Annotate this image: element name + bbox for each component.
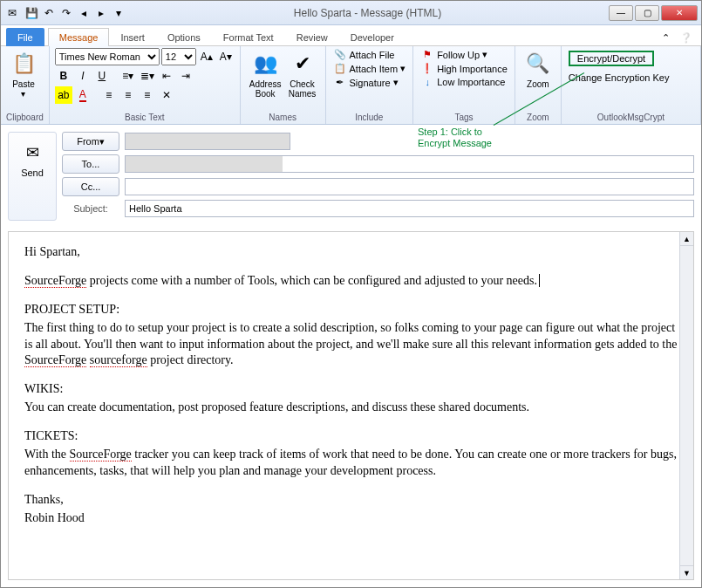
paste-icon: 📋 — [10, 50, 37, 78]
ribbon: 📋 Paste▾ Clipboard Times New Roman 12 A▴… — [1, 46, 701, 125]
attach-file-label: Attach File — [350, 50, 395, 60]
ribbon-tabs: File Message Insert Options Format Text … — [1, 25, 701, 46]
paperclip-icon: 📎 — [333, 49, 347, 60]
send-label: Send — [21, 168, 44, 178]
low-importance-button[interactable]: ↓Low Importance — [419, 76, 509, 88]
minimize-button[interactable]: — — [609, 5, 633, 21]
annotation-text: Step 1: Click to Encrypt Message — [418, 126, 492, 149]
underline-button[interactable]: U — [93, 67, 111, 85]
body-tickets: With the SourceForge tracker you can kee… — [24, 447, 678, 480]
group-zoom: 🔍 Zoom Zoom — [515, 46, 562, 124]
next-icon[interactable]: ▸ — [93, 5, 109, 21]
clipboard-group-label: Clipboard — [6, 111, 44, 124]
prev-icon[interactable]: ◂ — [76, 5, 92, 21]
from-field[interactable] — [125, 133, 290, 150]
tab-insert[interactable]: Insert — [109, 28, 156, 46]
align-right-button[interactable]: ≡ — [139, 86, 156, 104]
from-button[interactable]: From ▾ — [62, 132, 119, 151]
zoom-label: Zoom — [527, 79, 549, 89]
check-names-label: Check Names — [289, 79, 317, 99]
qat-dropdown-icon[interactable]: ▾ — [111, 5, 126, 21]
group-tags: ⚑Follow Up ▾ ❗High Importance ↓Low Impor… — [413, 46, 515, 124]
crypt-group-label: OutlookMsgCrypt — [567, 111, 695, 124]
follow-up-button[interactable]: ⚑Follow Up ▾ — [419, 48, 509, 61]
font-size-select[interactable]: 12 — [161, 48, 196, 65]
check-names-icon: ✔ — [289, 50, 317, 78]
font-name-select[interactable]: Times New Roman — [55, 48, 160, 65]
align-left-button[interactable]: ≡ — [100, 86, 118, 104]
window-title: Hello Sparta - Message (HTML) — [126, 7, 609, 19]
close-button[interactable]: ✕ — [661, 5, 698, 21]
scroll-up-icon[interactable]: ▲ — [680, 232, 693, 246]
tab-file[interactable]: File — [6, 28, 44, 46]
indent-button[interactable]: ⇥ — [177, 67, 194, 85]
body-thanks: Thanks, — [24, 492, 678, 509]
cc-button[interactable]: Cc... — [62, 177, 119, 196]
group-basic-text: Times New Roman 12 A▴ A▾ B I U ≡▾ ≣▾ ⇤ ⇥… — [50, 46, 241, 124]
zoom-button[interactable]: 🔍 Zoom — [521, 48, 555, 91]
paste-label: Paste — [12, 79, 35, 89]
grow-font-icon[interactable]: A▴ — [198, 48, 215, 65]
body-setup-head: PROJECT SETUP: — [24, 302, 678, 318]
app-icon[interactable]: ✉ — [4, 5, 20, 21]
outdent-button[interactable]: ⇤ — [158, 67, 175, 85]
subject-field[interactable] — [125, 200, 694, 217]
bullets-button[interactable]: ≡▾ — [119, 67, 137, 85]
redo-icon[interactable]: ↷ — [58, 5, 74, 21]
body-tickets-head: TICKETS: — [24, 428, 678, 445]
italic-button[interactable]: I — [74, 67, 92, 85]
address-book-label: Address Book — [249, 79, 282, 99]
tags-group-label: Tags — [419, 111, 509, 124]
address-book-button[interactable]: 👥 Address Book — [246, 48, 285, 100]
minimize-ribbon-icon[interactable]: ⌃ — [658, 31, 673, 45]
body-wikis: You can create documentation, post propo… — [24, 400, 678, 416]
highlight-button[interactable]: ab — [55, 86, 72, 104]
attach-item-button[interactable]: 📋Attach Item ▾ — [331, 62, 408, 75]
signature-icon: ✒ — [333, 77, 347, 88]
message-body[interactable]: Hi Spartan, SourceForge projects come wi… — [9, 232, 693, 579]
check-names-button[interactable]: ✔ Check Names — [285, 48, 320, 100]
attach-item-icon: 📋 — [333, 63, 347, 74]
vertical-scrollbar[interactable]: ▲ ▼ — [679, 232, 693, 579]
clear-format-button[interactable]: ✕ — [158, 86, 175, 104]
group-include: 📎Attach File 📋Attach Item ▾ ✒Signature ▾… — [326, 46, 414, 124]
follow-up-label: Follow Up — [437, 50, 480, 60]
paste-button[interactable]: 📋 Paste▾ — [6, 48, 41, 100]
font-color-button[interactable]: A — [74, 86, 92, 104]
from-label: From — [77, 136, 99, 147]
save-icon[interactable]: 💾 — [24, 5, 39, 21]
tab-developer[interactable]: Developer — [339, 28, 406, 46]
undo-icon[interactable]: ↶ — [41, 5, 57, 21]
send-button[interactable]: ✉ Send — [8, 132, 57, 221]
attach-file-button[interactable]: 📎Attach File — [331, 48, 408, 61]
change-key-label: Change Encryption Key — [569, 72, 670, 83]
help-icon[interactable]: ❔ — [677, 31, 696, 45]
message-body-wrap: Hi Spartan, SourceForge projects come wi… — [8, 231, 694, 580]
encrypt-decrypt-label: Encrypt/Decrypt — [569, 51, 654, 66]
numbering-button[interactable]: ≣▾ — [139, 67, 156, 85]
high-importance-button[interactable]: ❗High Importance — [419, 62, 509, 75]
group-crypt: Encrypt/Decrypt Change Encryption Key Ou… — [562, 46, 701, 124]
tab-review[interactable]: Review — [285, 28, 339, 46]
tab-options[interactable]: Options — [156, 28, 212, 46]
to-field[interactable] — [125, 155, 694, 173]
to-button[interactable]: To... — [62, 154, 119, 174]
maximize-button[interactable]: ▢ — [635, 5, 659, 21]
bold-button[interactable]: B — [55, 67, 72, 85]
align-center-button[interactable]: ≡ — [119, 86, 137, 104]
shrink-font-icon[interactable]: A▾ — [217, 48, 235, 65]
cc-field[interactable] — [125, 178, 694, 195]
quick-access-toolbar: 💾 ↶ ↷ ◂ ▸ ▾ — [24, 5, 126, 21]
body-setup: The first thing to do to setup your proj… — [24, 320, 678, 370]
title-bar: ✉ 💾 ↶ ↷ ◂ ▸ ▾ Hello Sparta - Message (HT… — [1, 1, 701, 25]
group-names: 👥 Address Book ✔ Check Names Names — [241, 46, 326, 124]
basic-text-group-label: Basic Text — [55, 111, 235, 124]
body-p1: SourceForge projects come with a number … — [24, 273, 678, 290]
tab-message[interactable]: Message — [48, 28, 110, 46]
high-importance-icon: ❗ — [420, 63, 434, 74]
compose-header: ✉ Send From ▾ To... Cc... Subject: — [1, 125, 701, 228]
encrypt-decrypt-button[interactable]: Encrypt/Decrypt — [567, 50, 671, 67]
signature-button[interactable]: ✒Signature ▾ — [331, 76, 408, 89]
scroll-down-icon[interactable]: ▼ — [680, 565, 693, 579]
tab-format-text[interactable]: Format Text — [212, 28, 285, 46]
